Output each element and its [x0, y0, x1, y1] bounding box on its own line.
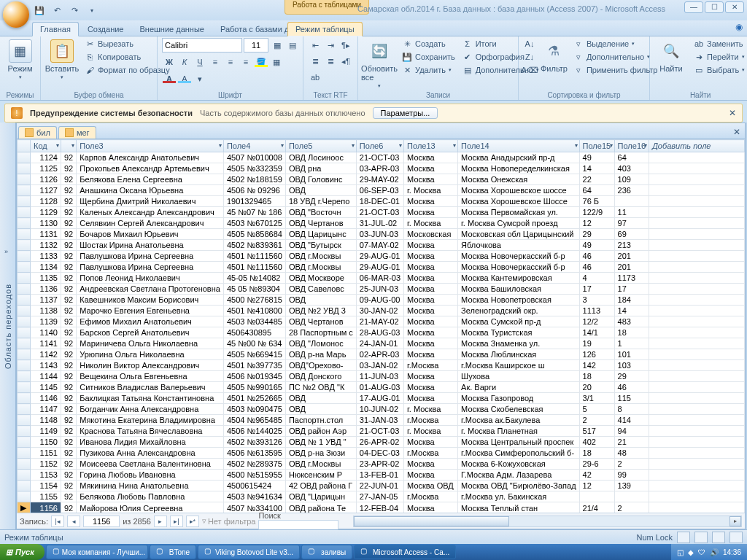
- cell[interactable]: 1148: [31, 415, 61, 426]
- cell[interactable]: Москва: [404, 459, 458, 470]
- cell[interactable]: 03-JUN-03: [356, 229, 403, 240]
- cell[interactable]: 1143: [31, 360, 61, 371]
- cell[interactable]: [649, 163, 745, 174]
- align-left-button[interactable]: ≡: [208, 55, 222, 69]
- navigation-pane-collapsed[interactable]: » Область переходов: [0, 122, 16, 529]
- cell[interactable]: ОВД №2 УВД 3: [285, 306, 356, 316]
- table-row[interactable]: 114892Мякотина Екатерина Владимировна450…: [18, 415, 745, 426]
- cell[interactable]: Москва: [404, 207, 458, 218]
- tab-home[interactable]: Главная: [32, 22, 79, 36]
- row-selector[interactable]: [18, 481, 31, 491]
- cell[interactable]: 92: [61, 382, 77, 393]
- nav-last-button[interactable]: ▸|: [170, 516, 183, 527]
- cell[interactable]: 4506 №144025: [223, 426, 285, 437]
- select-button[interactable]: ▭Выбрать ▾: [692, 64, 746, 76]
- cell[interactable]: 18: [614, 327, 649, 338]
- cell[interactable]: Москва: [404, 382, 458, 393]
- column-header-c7[interactable]: Поле14▾: [458, 140, 579, 152]
- cell[interactable]: 07-MAY-02: [356, 240, 403, 251]
- cell[interactable]: 22-JUN-01: [356, 481, 403, 491]
- tab-create[interactable]: Создание: [80, 23, 131, 36]
- table-row[interactable]: 114292Урюпина Ольга Николаевна4505 №6694…: [18, 349, 745, 360]
- cell[interactable]: 1113: [579, 306, 614, 316]
- column-header-c2[interactable]: Поле3▾: [77, 140, 224, 152]
- cell[interactable]: 5: [579, 404, 614, 415]
- cell[interactable]: 1124: [31, 152, 61, 163]
- cell[interactable]: Москва: [404, 196, 458, 207]
- cell[interactable]: Москва Люблинская: [458, 349, 579, 360]
- cell[interactable]: 4501 №111560: [223, 262, 285, 273]
- cell[interactable]: 29-MAY-02: [356, 174, 403, 185]
- cell[interactable]: [649, 470, 745, 481]
- table-row[interactable]: 115192Пузикова Анна Александровна4506 №6…: [18, 448, 745, 459]
- taskbar-item[interactable]: ▢Viking Botovod Lite v3...: [198, 545, 300, 559]
- cell[interactable]: 402: [579, 437, 614, 448]
- cell[interactable]: 76 Б: [579, 196, 614, 207]
- row-selector[interactable]: [18, 240, 31, 251]
- cell[interactable]: 92: [61, 316, 77, 327]
- cell[interactable]: 18: [579, 448, 614, 459]
- cell[interactable]: 4505 №669415: [223, 349, 285, 360]
- cell[interactable]: 1142: [31, 349, 61, 360]
- pivot-chart-view-button[interactable]: [712, 532, 725, 543]
- cell[interactable]: [579, 491, 614, 502]
- cell[interactable]: 92: [61, 393, 77, 404]
- clear-sort-button[interactable]: A⌫: [523, 64, 536, 76]
- cell[interactable]: 1173: [614, 273, 649, 284]
- cell[interactable]: 46: [614, 382, 649, 393]
- toggle-filter-button[interactable]: ▿Применить фильтр: [572, 64, 659, 76]
- cell[interactable]: 4501 №111560: [223, 251, 285, 262]
- cell[interactable]: 92: [61, 240, 77, 251]
- cell[interactable]: 213: [614, 240, 649, 251]
- row-selector[interactable]: [18, 229, 31, 240]
- cell[interactable]: ОВД Чертанов: [285, 218, 356, 229]
- row-selector[interactable]: [18, 360, 31, 371]
- taskbar-item[interactable]: ▢Microsoft Access - Са...: [354, 545, 456, 559]
- qat-more-icon[interactable]: ▾: [86, 4, 98, 16]
- underline-button[interactable]: Ч: [193, 55, 207, 69]
- cell[interactable]: 1140: [31, 327, 61, 338]
- cell[interactable]: 4505 №990165: [223, 382, 285, 393]
- cell[interactable]: Москва ОВД "Бирюлёво-Запад: [458, 481, 579, 491]
- table-row[interactable]: 113492Павлушкова Ирина Сергеевна4501 №11…: [18, 262, 745, 273]
- cell[interactable]: 12: [579, 218, 614, 229]
- highlight-button[interactable]: A: [177, 71, 192, 86]
- cell[interactable]: Московская обл Царицынский: [458, 229, 579, 240]
- cell[interactable]: 1150: [31, 437, 61, 448]
- table-row[interactable]: 112492Карпов Александр Анатольевич4507 №…: [18, 152, 745, 163]
- table-row[interactable]: 113592Попов Леонид Николаевич45-05 №1408…: [18, 273, 745, 284]
- row-selector[interactable]: [18, 174, 31, 185]
- cell[interactable]: Ситников Владислав Валерьевич: [77, 382, 224, 393]
- cell[interactable]: [649, 273, 745, 284]
- cell[interactable]: [649, 306, 745, 316]
- undo-icon[interactable]: ↶: [51, 4, 63, 16]
- cell[interactable]: 45 №00 № 634: [223, 338, 285, 349]
- cell[interactable]: 4500 №276815: [223, 295, 285, 306]
- cell[interactable]: [614, 491, 649, 502]
- table-row[interactable]: ▶115692Майорова Юлия Сергеевна4507 №3341…: [18, 502, 745, 513]
- cell[interactable]: 4501 №252665: [223, 393, 285, 404]
- cell[interactable]: [649, 404, 745, 415]
- cell[interactable]: 06-MAR-03: [356, 273, 403, 284]
- cell[interactable]: Шостак Ирина Анатольевна: [77, 240, 224, 251]
- column-dropdown-icon[interactable]: ▾: [56, 142, 59, 149]
- cell[interactable]: Москва Онежская: [458, 174, 579, 185]
- cell[interactable]: г.Москва Симферопольский б-: [458, 448, 579, 459]
- sort-desc-button[interactable]: Z↓: [523, 51, 536, 63]
- indent-increase-button[interactable]: ⇥: [323, 38, 338, 52]
- cell[interactable]: 49: [579, 240, 614, 251]
- cell[interactable]: [649, 426, 745, 437]
- cell[interactable]: Мякинина Нина Анатольевна: [77, 481, 224, 491]
- cell[interactable]: 18 УВД г.Черепо: [285, 196, 356, 207]
- cell[interactable]: г.Москва: [404, 360, 458, 371]
- object-tab-meg[interactable]: мег: [58, 126, 96, 139]
- cell[interactable]: Москва: [404, 251, 458, 262]
- cell[interactable]: 92: [61, 174, 77, 185]
- cell[interactable]: Попов Леонид Николаевич: [77, 273, 224, 284]
- cell[interactable]: 92: [61, 371, 77, 382]
- numbering-button[interactable]: ≣: [323, 54, 338, 69]
- cell[interactable]: Москва: [404, 327, 458, 338]
- cell[interactable]: г.Москва: [404, 415, 458, 426]
- cell[interactable]: ОВД р-на Марь: [285, 349, 356, 360]
- cell[interactable]: 24-JAN-01: [356, 338, 403, 349]
